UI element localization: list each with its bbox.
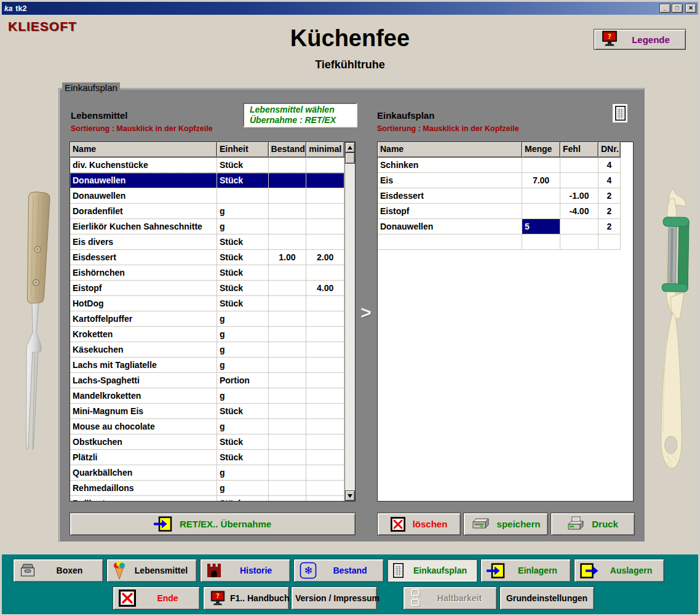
table-cell[interactable]: [378, 234, 522, 250]
table-row[interactable]: Eisdessert-1.002: [378, 188, 633, 204]
table-row[interactable]: Doradenfiletg: [70, 204, 344, 219]
table-cell[interactable]: [560, 158, 599, 173]
table-row[interactable]: Lachs mit Tagliatelleg: [70, 358, 344, 373]
table-cell[interactable]: Eis: [378, 173, 522, 188]
table-cell[interactable]: [306, 327, 344, 342]
table-cell[interactable]: Donauwellen: [70, 188, 217, 204]
scrollbar-down-button[interactable]: [345, 490, 355, 501]
table-cell[interactable]: [306, 419, 344, 434]
table-cell[interactable]: 2.00: [306, 250, 344, 265]
table-cell[interactable]: [306, 481, 344, 496]
table-cell[interactable]: Eishörnchen: [70, 265, 217, 281]
table-cell[interactable]: [269, 173, 307, 188]
table-cell[interactable]: Mouse au chocolate: [70, 419, 217, 434]
column-header-einheit[interactable]: Einheit: [217, 142, 269, 158]
table-cell[interactable]: [522, 158, 560, 173]
table-cell[interactable]: g: [217, 419, 269, 434]
table-cell[interactable]: [522, 188, 560, 204]
table-cell[interactable]: Schinken: [378, 158, 522, 173]
table-cell[interactable]: Stück: [217, 404, 269, 419]
table-row[interactable]: Rehmedaillonsg: [70, 481, 344, 496]
table-cell[interactable]: [269, 311, 307, 327]
table-cell[interactable]: [306, 296, 344, 311]
table-row[interactable]: Mini-Magnum EisStück: [70, 404, 344, 419]
table-cell[interactable]: g: [217, 327, 269, 342]
toolbar-button-f1-handbuch[interactable]: ?F1.. Handbuch: [203, 586, 289, 610]
table-row[interactable]: Donauwellen: [70, 188, 344, 204]
table-cell[interactable]: Eierlikör Kuchen Sahneschnitte: [70, 219, 217, 234]
toolbar-button-grundeinstellungen[interactable]: Grundeinstellungen: [499, 586, 594, 610]
table-cell[interactable]: [269, 234, 307, 250]
table-row[interactable]: RollbratenStück: [70, 496, 344, 501]
table-cell[interactable]: Eisdessert: [378, 188, 522, 204]
table-cell[interactable]: [306, 265, 344, 281]
vertical-scrollbar[interactable]: [344, 142, 355, 501]
table-row[interactable]: Schinken4: [378, 158, 633, 173]
table-cell[interactable]: [269, 158, 307, 173]
table-cell[interactable]: Stück: [217, 158, 269, 173]
close-button[interactable]: ✕: [685, 4, 696, 13]
table-cell[interactable]: Stück: [217, 265, 269, 281]
table-row[interactable]: Mouse au chocolateg: [70, 419, 344, 434]
toolbar-button-boxen[interactable]: Boxen: [13, 559, 103, 582]
table-row[interactable]: Quarkbällcheng: [70, 465, 344, 481]
table-cell[interactable]: [306, 373, 344, 388]
table-cell[interactable]: div. Kuchenstücke: [70, 158, 217, 173]
table-row[interactable]: Eis diversStück: [70, 234, 344, 250]
column-header-fehl[interactable]: Fehl: [560, 142, 599, 158]
table-cell[interactable]: Obstkuchen: [70, 434, 217, 450]
table-cell[interactable]: Lachs mit Tagliatelle: [70, 358, 217, 373]
table-cell[interactable]: Donauwellen: [70, 173, 217, 188]
table-cell[interactable]: [269, 496, 307, 501]
table-row[interactable]: Eierlikör Kuchen Sahneschnitteg: [70, 219, 344, 234]
table-cell[interactable]: [269, 265, 307, 281]
table-cell[interactable]: [306, 173, 344, 188]
table-cell[interactable]: [306, 358, 344, 373]
table-cell[interactable]: Lachs-Spaghetti: [70, 373, 217, 388]
table-cell[interactable]: Portion: [217, 373, 269, 388]
table-row[interactable]: ObstkuchenStück: [70, 434, 344, 450]
table-row[interactable]: Eis7.004: [378, 173, 633, 188]
table-cell[interactable]: g: [217, 342, 269, 358]
speichern-button[interactable]: speichern: [463, 513, 548, 535]
table-row[interactable]: Kartoffelpufferg: [70, 311, 344, 327]
table-cell[interactable]: Plätzli: [70, 450, 217, 465]
table-cell[interactable]: Eistopf: [70, 281, 217, 296]
table-cell[interactable]: [560, 219, 599, 234]
table-cell[interactable]: 4: [599, 158, 621, 173]
column-header-bestand[interactable]: Bestand: [269, 142, 307, 158]
uebernahme-button[interactable]: RET/EX.. Übernahme: [70, 513, 356, 535]
table-cell[interactable]: HotDog: [70, 296, 217, 311]
table-cell[interactable]: -4.00: [560, 204, 599, 219]
titlebar[interactable]: ka tk2 _ □ ✕: [2, 2, 698, 15]
legende-button[interactable]: ? Legende: [594, 29, 686, 50]
table-cell[interactable]: Stück: [217, 434, 269, 450]
toolbar-button-einlagern[interactable]: Einlagern: [480, 559, 571, 582]
table-row[interactable]: Eistopf-4.002: [378, 204, 633, 219]
table-cell[interactable]: [522, 234, 560, 250]
table-cell[interactable]: [269, 434, 307, 450]
table-cell[interactable]: [306, 234, 344, 250]
scrollbar-up-button[interactable]: [345, 142, 355, 153]
table-row[interactable]: EistopfStück4.00: [70, 281, 344, 296]
table-cell[interactable]: Quarkbällchen: [70, 465, 217, 481]
table-cell[interactable]: [269, 373, 307, 388]
table-row[interactable]: PlätzliStück: [70, 450, 344, 465]
table-cell[interactable]: g: [217, 358, 269, 373]
table-cell[interactable]: Rehmedaillons: [70, 481, 217, 496]
table-cell[interactable]: [269, 419, 307, 434]
table-cell[interactable]: Stück: [217, 173, 269, 188]
table-cell[interactable]: g: [217, 465, 269, 481]
table-cell[interactable]: [306, 450, 344, 465]
table-cell[interactable]: 2: [599, 219, 621, 234]
table-row[interactable]: Donauwellen52: [378, 219, 633, 234]
table-cell[interactable]: [269, 204, 307, 219]
column-header-name[interactable]: Name: [378, 142, 522, 158]
table-cell[interactable]: 5: [522, 219, 560, 234]
table-row[interactable]: [378, 234, 633, 250]
table-row[interactable]: Mandelkroketteng: [70, 388, 344, 404]
table-cell[interactable]: [560, 173, 599, 188]
table-cell[interactable]: Eistopf: [378, 204, 522, 219]
table-cell[interactable]: 4.00: [306, 281, 344, 296]
column-header-minimal[interactable]: minimal: [306, 142, 344, 158]
